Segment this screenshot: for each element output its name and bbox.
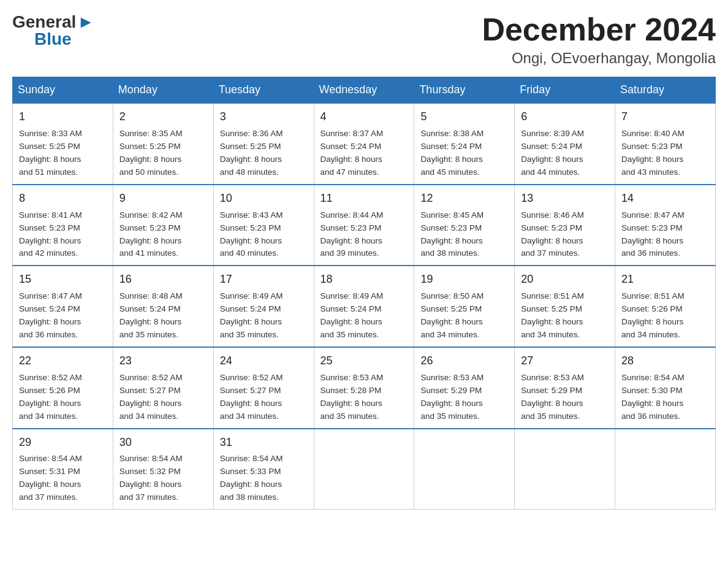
day-info: Sunrise: 8:46 AM Sunset: 5:23 PM Dayligh… (521, 210, 584, 258)
calendar-header-monday: Monday (113, 77, 213, 104)
day-info: Sunrise: 8:54 AM Sunset: 5:31 PM Dayligh… (19, 454, 82, 502)
calendar-cell (414, 429, 515, 510)
title-block: December 2024 Ongi, OEvoerhangay, Mongol… (482, 12, 716, 67)
calendar-cell: 10 Sunrise: 8:43 AM Sunset: 5:23 PM Dayl… (213, 185, 314, 266)
day-info: Sunrise: 8:48 AM Sunset: 5:24 PM Dayligh… (119, 291, 183, 339)
calendar-cell: 1 Sunrise: 8:33 AM Sunset: 5:25 PM Dayli… (13, 103, 113, 185)
calendar-week-1: 1 Sunrise: 8:33 AM Sunset: 5:25 PM Dayli… (13, 103, 716, 185)
calendar-cell: 27 Sunrise: 8:53 AM Sunset: 5:29 PM Dayl… (515, 347, 615, 429)
day-number: 20 (521, 271, 609, 288)
day-number: 18 (320, 271, 408, 288)
day-number: 1 (19, 109, 107, 126)
calendar-cell: 7 Sunrise: 8:40 AM Sunset: 5:23 PM Dayli… (615, 103, 716, 185)
day-info: Sunrise: 8:37 AM Sunset: 5:24 PM Dayligh… (320, 129, 384, 177)
calendar-cell (314, 429, 414, 510)
logo-arrow-icon: ► (77, 12, 94, 32)
day-number: 26 (420, 353, 508, 370)
day-number: 3 (220, 109, 308, 126)
calendar-cell: 23 Sunrise: 8:52 AM Sunset: 5:27 PM Dayl… (113, 347, 213, 429)
calendar-header-wednesday: Wednesday (314, 77, 414, 104)
day-info: Sunrise: 8:40 AM Sunset: 5:23 PM Dayligh… (621, 129, 684, 177)
day-info: Sunrise: 8:53 AM Sunset: 5:29 PM Dayligh… (521, 373, 584, 421)
day-info: Sunrise: 8:51 AM Sunset: 5:25 PM Dayligh… (521, 291, 584, 339)
calendar-cell: 8 Sunrise: 8:41 AM Sunset: 5:23 PM Dayli… (13, 185, 113, 266)
day-number: 30 (119, 434, 207, 451)
day-info: Sunrise: 8:54 AM Sunset: 5:30 PM Dayligh… (621, 373, 684, 421)
calendar-cell: 25 Sunrise: 8:53 AM Sunset: 5:28 PM Dayl… (314, 347, 414, 429)
calendar-cell (615, 429, 716, 510)
calendar-header-sunday: Sunday (13, 77, 113, 104)
day-info: Sunrise: 8:42 AM Sunset: 5:23 PM Dayligh… (119, 210, 183, 258)
day-info: Sunrise: 8:52 AM Sunset: 5:27 PM Dayligh… (220, 373, 283, 421)
day-number: 2 (119, 109, 207, 126)
day-number: 6 (521, 109, 609, 126)
day-info: Sunrise: 8:53 AM Sunset: 5:29 PM Dayligh… (420, 373, 483, 421)
day-number: 27 (521, 353, 609, 370)
day-number: 25 (320, 353, 408, 370)
page-header: General ► Blue December 2024 Ongi, OEvoe… (12, 12, 716, 67)
day-number: 13 (521, 190, 609, 207)
day-info: Sunrise: 8:39 AM Sunset: 5:24 PM Dayligh… (521, 129, 584, 177)
day-info: Sunrise: 8:50 AM Sunset: 5:25 PM Dayligh… (420, 291, 483, 339)
calendar-cell: 6 Sunrise: 8:39 AM Sunset: 5:24 PM Dayli… (515, 103, 615, 185)
calendar-cell: 13 Sunrise: 8:46 AM Sunset: 5:23 PM Dayl… (515, 185, 615, 266)
calendar-cell: 22 Sunrise: 8:52 AM Sunset: 5:26 PM Dayl… (13, 347, 113, 429)
calendar-cell: 5 Sunrise: 8:38 AM Sunset: 5:24 PM Dayli… (414, 103, 515, 185)
day-number: 31 (220, 434, 308, 451)
day-number: 14 (621, 190, 709, 207)
day-number: 23 (119, 353, 207, 370)
calendar-cell: 15 Sunrise: 8:47 AM Sunset: 5:24 PM Dayl… (13, 266, 113, 347)
calendar-week-5: 29 Sunrise: 8:54 AM Sunset: 5:31 PM Dayl… (13, 429, 716, 510)
day-info: Sunrise: 8:41 AM Sunset: 5:23 PM Dayligh… (19, 210, 82, 258)
day-info: Sunrise: 8:44 AM Sunset: 5:23 PM Dayligh… (320, 210, 384, 258)
calendar-cell: 14 Sunrise: 8:47 AM Sunset: 5:23 PM Dayl… (615, 185, 716, 266)
calendar-week-2: 8 Sunrise: 8:41 AM Sunset: 5:23 PM Dayli… (13, 185, 716, 266)
day-number: 7 (621, 109, 709, 126)
day-number: 24 (220, 353, 308, 370)
calendar-cell: 21 Sunrise: 8:51 AM Sunset: 5:26 PM Dayl… (615, 266, 716, 347)
day-number: 12 (420, 190, 508, 207)
calendar-cell: 29 Sunrise: 8:54 AM Sunset: 5:31 PM Dayl… (13, 429, 113, 510)
day-number: 28 (621, 353, 709, 370)
calendar-cell: 2 Sunrise: 8:35 AM Sunset: 5:25 PM Dayli… (113, 103, 213, 185)
calendar-cell: 16 Sunrise: 8:48 AM Sunset: 5:24 PM Dayl… (113, 266, 213, 347)
day-info: Sunrise: 8:54 AM Sunset: 5:32 PM Dayligh… (119, 454, 183, 502)
day-info: Sunrise: 8:36 AM Sunset: 5:25 PM Dayligh… (220, 129, 283, 177)
day-number: 16 (119, 271, 207, 288)
calendar-cell: 3 Sunrise: 8:36 AM Sunset: 5:25 PM Dayli… (213, 103, 314, 185)
calendar-cell: 9 Sunrise: 8:42 AM Sunset: 5:23 PM Dayli… (113, 185, 213, 266)
day-info: Sunrise: 8:47 AM Sunset: 5:24 PM Dayligh… (19, 291, 82, 339)
calendar-cell: 28 Sunrise: 8:54 AM Sunset: 5:30 PM Dayl… (615, 347, 716, 429)
calendar-cell: 18 Sunrise: 8:49 AM Sunset: 5:24 PM Dayl… (314, 266, 414, 347)
day-number: 19 (420, 271, 508, 288)
day-info: Sunrise: 8:45 AM Sunset: 5:23 PM Dayligh… (420, 210, 483, 258)
logo: General ► Blue (12, 12, 94, 49)
day-info: Sunrise: 8:47 AM Sunset: 5:23 PM Dayligh… (621, 210, 684, 258)
calendar-cell: 12 Sunrise: 8:45 AM Sunset: 5:23 PM Dayl… (414, 185, 515, 266)
day-number: 22 (19, 353, 107, 370)
calendar-cell: 31 Sunrise: 8:54 AM Sunset: 5:33 PM Dayl… (213, 429, 314, 510)
calendar-cell: 17 Sunrise: 8:49 AM Sunset: 5:24 PM Dayl… (213, 266, 314, 347)
day-info: Sunrise: 8:54 AM Sunset: 5:33 PM Dayligh… (220, 454, 283, 502)
day-number: 10 (220, 190, 308, 207)
calendar-cell: 26 Sunrise: 8:53 AM Sunset: 5:29 PM Dayl… (414, 347, 515, 429)
calendar-cell: 4 Sunrise: 8:37 AM Sunset: 5:24 PM Dayli… (314, 103, 414, 185)
day-number: 21 (621, 271, 709, 288)
calendar-table: SundayMondayTuesdayWednesdayThursdayFrid… (12, 77, 716, 510)
calendar-header-tuesday: Tuesday (213, 77, 314, 104)
day-number: 9 (119, 190, 207, 207)
calendar-cell: 20 Sunrise: 8:51 AM Sunset: 5:25 PM Dayl… (515, 266, 615, 347)
day-number: 29 (19, 434, 107, 451)
calendar-header-row: SundayMondayTuesdayWednesdayThursdayFrid… (13, 77, 716, 104)
day-info: Sunrise: 8:49 AM Sunset: 5:24 PM Dayligh… (320, 291, 384, 339)
day-number: 15 (19, 271, 107, 288)
logo-blue-text: Blue (34, 29, 72, 49)
day-number: 17 (220, 271, 308, 288)
day-number: 5 (420, 109, 508, 126)
calendar-cell: 19 Sunrise: 8:50 AM Sunset: 5:25 PM Dayl… (414, 266, 515, 347)
month-title: December 2024 (482, 12, 716, 47)
day-info: Sunrise: 8:52 AM Sunset: 5:26 PM Dayligh… (19, 373, 82, 421)
day-number: 11 (320, 190, 408, 207)
day-number: 4 (320, 109, 408, 126)
calendar-cell: 24 Sunrise: 8:52 AM Sunset: 5:27 PM Dayl… (213, 347, 314, 429)
